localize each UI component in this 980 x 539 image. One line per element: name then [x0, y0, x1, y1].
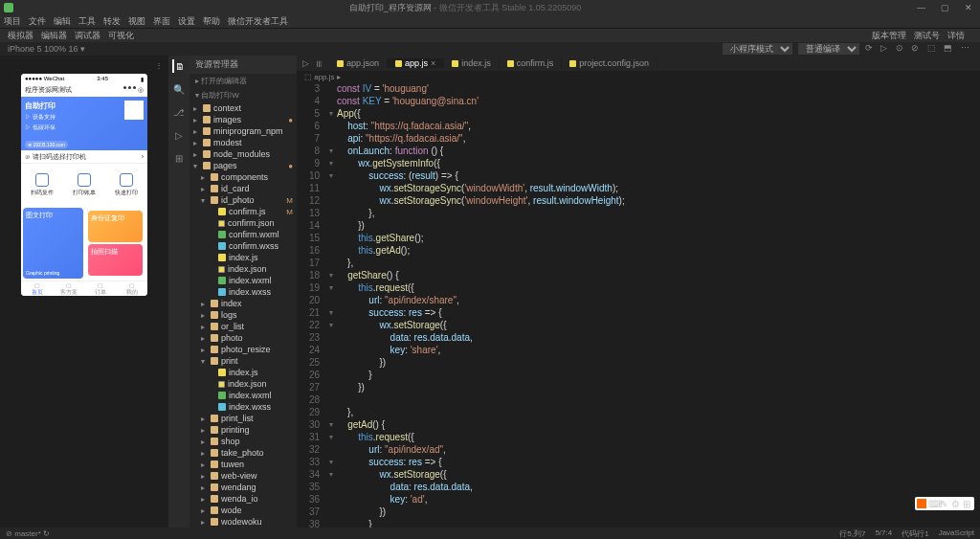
tab-project.config.json[interactable]: project.config.json	[562, 58, 657, 68]
tree-images[interactable]: ▸images●	[189, 114, 297, 125]
minimize-icon[interactable]: —	[913, 3, 929, 12]
tree-index.json[interactable]: index.json	[189, 378, 297, 390]
menu-视图[interactable]: 视图	[128, 15, 145, 28]
tree-id_card[interactable]: ▸id_card	[189, 183, 297, 194]
tree-confirm.js[interactable]: confirm.jsM	[189, 206, 297, 217]
tab-confirm.js[interactable]: confirm.js	[500, 58, 563, 68]
tree-index.js[interactable]: index.js	[189, 367, 297, 378]
split-icon[interactable]: ⫼	[315, 58, 323, 68]
card-idcard-copy[interactable]: 身份证复印	[88, 211, 143, 242]
tree-or_list[interactable]: ▸or_list	[189, 321, 297, 332]
status-行5,列7[interactable]: 行5,列7	[839, 528, 865, 539]
tree-index.wxml[interactable]: index.wxml	[189, 275, 297, 286]
tree-node_modules[interactable]: ▸node_modules	[189, 148, 297, 160]
tree-index.js[interactable]: index.js	[189, 252, 297, 263]
scan-printer-row[interactable]: ⊙ 请扫码选择打印机 ›	[21, 150, 147, 164]
capsule-menu-icon[interactable]: ◎	[123, 86, 144, 94]
menu-微信开发者工具[interactable]: 微信开发者工具	[228, 15, 288, 28]
tab-app.js[interactable]: app.js ×	[388, 58, 444, 68]
tabbar-客方案[interactable]: ▢客方案	[53, 281, 84, 296]
tree-printing[interactable]: ▸printing	[189, 424, 297, 436]
phone-preview[interactable]: ●●●●● WeChat 3:45 ▮ 程序资源网测试 ◎ 自助打印 ▷ 设备支…	[21, 74, 147, 296]
status-⊘ master* ↻[interactable]: ⊘ master* ↻	[6, 529, 50, 538]
topbar-版本管理[interactable]: 版本管理	[872, 31, 906, 40]
tree-context[interactable]: ▸context	[189, 102, 297, 114]
tree-components[interactable]: ▸components	[189, 171, 297, 183]
menu-项目[interactable]: 项目	[4, 15, 21, 28]
compile-target-select[interactable]: 普通编译	[798, 43, 859, 55]
action-扫码复件[interactable]: 扫码复件	[31, 173, 54, 197]
close-icon[interactable]: ✕	[961, 3, 976, 12]
run-icon[interactable]: ▷	[302, 58, 309, 68]
action-快速打印[interactable]: 快速打印	[115, 173, 138, 197]
project-root-section[interactable]: ▾ 自助打印W	[189, 88, 297, 102]
tree-print_list[interactable]: ▸print_list	[189, 413, 297, 424]
tree-index[interactable]: ▸index	[189, 298, 297, 309]
menu-编辑[interactable]: 编辑	[54, 15, 71, 28]
topbar-调试器[interactable]: 调试器	[75, 31, 100, 40]
menu-转发[interactable]: 转发	[103, 15, 121, 28]
tab-app.json[interactable]: app.json	[329, 58, 388, 68]
tree-id_photo[interactable]: ▾id_photoM	[189, 194, 297, 206]
gear-icon[interactable]: ⚙	[951, 499, 961, 508]
status-JavaScript[interactable]: JavaScript	[939, 528, 974, 539]
topbar-可视化[interactable]: 可视化	[108, 31, 134, 40]
tree-miniprogram_npm[interactable]: ▸miniprogram_npm	[189, 125, 297, 137]
float-toolbar[interactable]: ⌨ ✎ ⚙ ⊞	[915, 497, 974, 510]
menu-界面[interactable]: 界面	[153, 15, 170, 28]
breadcrumb[interactable]: ⬚ app.js ▸	[297, 71, 980, 82]
tree-wodewoku[interactable]: ▸wodewoku	[189, 516, 297, 528]
tree-take_photo[interactable]: ▸take_photo	[189, 447, 297, 459]
tree-print[interactable]: ▾print	[189, 355, 297, 367]
menu-工具[interactable]: 工具	[78, 15, 96, 28]
tree-wode[interactable]: ▸wode	[189, 505, 297, 516]
code-editor[interactable]: 3456789101112131415161718192021222324252…	[297, 82, 980, 528]
compile-mode-select[interactable]: 小程序模式	[723, 43, 792, 55]
tree-wenda_io[interactable]: ▸wenda_io	[189, 493, 297, 505]
open-editors-section[interactable]: ▸ 打开的编辑器	[189, 74, 297, 88]
card-graphic-print[interactable]: 图文打印 Graphic printing	[23, 208, 83, 279]
menu-帮助[interactable]: 帮助	[203, 15, 220, 28]
tree-confirm.wxml[interactable]: confirm.wxml	[189, 229, 297, 240]
tree-photo[interactable]: ▸photo	[189, 332, 297, 344]
git-icon[interactable]: ⎇	[172, 105, 186, 119]
toolbar-icons[interactable]: ⟳ ▷ ⊙ ⊘ ⬚ ⬒ ⋯	[865, 43, 972, 55]
tree-index.wxss[interactable]: index.wxss	[189, 286, 297, 298]
extension-icon[interactable]: ⊞	[172, 151, 186, 165]
minimap[interactable]	[970, 82, 980, 528]
tree-index.wxml[interactable]: index.wxml	[189, 390, 297, 401]
sim-more-icon[interactable]: ⋮	[155, 61, 163, 70]
tabbar-我的[interactable]: ▢我的	[116, 281, 147, 296]
tabbar-首页[interactable]: ▢首页	[21, 281, 53, 296]
tree-wendang[interactable]: ▸wendang	[189, 482, 297, 493]
tree-tuwen[interactable]: ▸tuwen	[189, 459, 297, 470]
tree-logs[interactable]: ▸logs	[189, 309, 297, 321]
search-icon[interactable]: 🔍	[172, 82, 186, 96]
sogou-icon[interactable]	[917, 499, 926, 508]
maximize-icon[interactable]: ▢	[937, 3, 953, 12]
status-代码行1[interactable]: 代码行1	[902, 528, 928, 539]
action-打印账单[interactable]: 打印账单	[73, 173, 96, 197]
explorer-icon[interactable]: 🗎	[172, 59, 186, 73]
hero-banner[interactable]: 自助打印 ▷ 设备支持 ▷ 低碳环保 ⊕ 192.B.120.com	[21, 97, 147, 150]
tree-modest[interactable]: ▸modest	[189, 137, 297, 148]
topbar-编辑器[interactable]: 编辑器	[41, 31, 67, 40]
tree-web-view[interactable]: ▸web-view	[189, 470, 297, 482]
tree-confirm.wxss[interactable]: confirm.wxss	[189, 240, 297, 252]
tree-index.json[interactable]: index.json	[189, 263, 297, 275]
close-tab-icon[interactable]: ×	[431, 58, 435, 68]
tool-icon[interactable]: ✎	[940, 499, 949, 508]
menu-设置[interactable]: 设置	[178, 15, 195, 28]
debug-icon[interactable]: ▷	[172, 128, 186, 142]
card-photo-scan[interactable]: 拍照扫描	[88, 244, 143, 276]
tree-pages[interactable]: ▾pages●	[189, 160, 297, 171]
topbar-模拟器[interactable]: 模拟器	[8, 31, 33, 40]
tab-index.js[interactable]: index.js	[444, 58, 500, 68]
status-5/7:4[interactable]: 5/7:4	[875, 528, 892, 539]
tree-index.wxss[interactable]: index.wxss	[189, 401, 297, 413]
topbar-详情[interactable]: 详情	[947, 31, 965, 40]
tree-shop[interactable]: ▸shop	[189, 436, 297, 447]
tree-photo_resize[interactable]: ▸photo_resize	[189, 344, 297, 355]
topbar-测试号[interactable]: 测试号	[914, 31, 940, 40]
menu-文件[interactable]: 文件	[29, 15, 46, 28]
